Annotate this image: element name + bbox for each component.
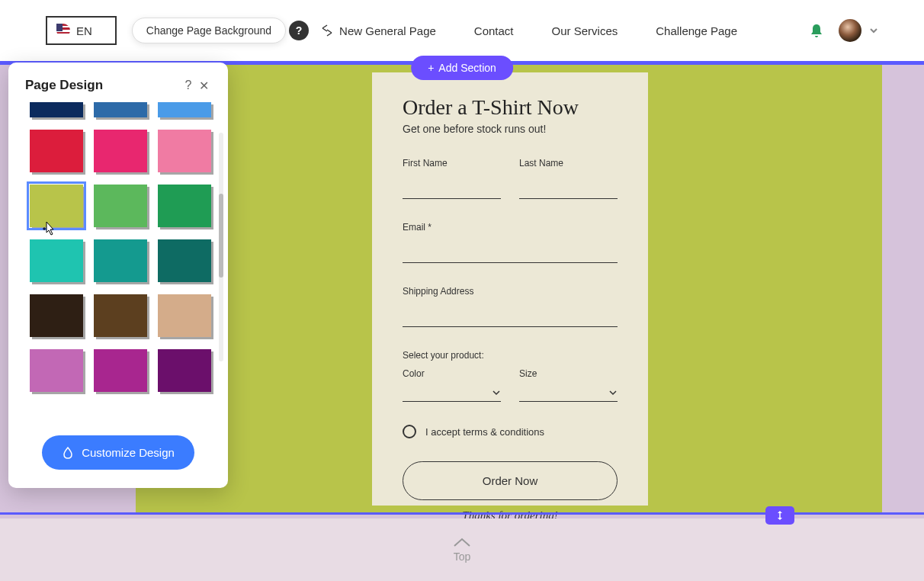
top-navigation: EN Change Page Background ? New General … xyxy=(0,0,924,63)
color-swatch[interactable] xyxy=(94,130,147,172)
color-swatch[interactable] xyxy=(158,185,211,227)
size-select[interactable] xyxy=(519,384,618,402)
resize-vertical-icon xyxy=(775,510,785,521)
select-product-label: Select your product: xyxy=(403,350,618,361)
footer-area: Top xyxy=(0,518,924,581)
scrollbar-thumb[interactable] xyxy=(219,194,223,278)
chevron-down-icon xyxy=(608,388,618,397)
size-label: Size xyxy=(519,368,618,379)
last-name-input[interactable] xyxy=(519,182,618,199)
chevron-up-icon[interactable] xyxy=(451,537,473,549)
last-name-label: Last Name xyxy=(519,158,618,169)
color-select[interactable] xyxy=(403,384,501,402)
color-swatch[interactable] xyxy=(94,185,147,227)
avatar[interactable] xyxy=(839,19,861,42)
color-swatch[interactable] xyxy=(30,294,83,337)
help-icon[interactable]: ? xyxy=(289,21,309,40)
page-design-panel: Page Design ? ✕ Customize Design xyxy=(8,63,228,488)
tooltip-change-background: Change Page Background xyxy=(132,18,286,43)
email-label: Email * xyxy=(403,222,618,233)
language-selector[interactable]: EN xyxy=(46,16,117,45)
panel-title: Page Design xyxy=(25,78,181,93)
language-code: EN xyxy=(76,24,92,37)
chevron-down-icon xyxy=(492,388,501,397)
droplet-icon xyxy=(62,447,74,459)
shipping-input[interactable] xyxy=(403,310,618,327)
nav-challenge-page[interactable]: Challenge Page xyxy=(656,24,737,37)
color-label: Color xyxy=(403,368,501,379)
nav-item-label: Contact xyxy=(474,24,514,37)
bell-icon[interactable] xyxy=(810,23,823,38)
chevron-down-icon[interactable] xyxy=(869,26,878,35)
panel-help-icon[interactable]: ? xyxy=(181,78,196,93)
swap-arrows-icon xyxy=(319,23,335,38)
first-name-input[interactable] xyxy=(403,182,501,199)
nav-contact[interactable]: Contact xyxy=(474,24,514,37)
nav-new-general-page[interactable]: New General Page xyxy=(319,23,436,38)
color-swatch[interactable] xyxy=(158,349,211,392)
color-swatch[interactable] xyxy=(158,239,211,282)
terms-checkbox[interactable] xyxy=(403,425,416,438)
close-icon[interactable]: ✕ xyxy=(196,78,211,93)
form-title: Order a T-Shirt Now xyxy=(403,95,618,120)
customize-design-button[interactable]: Customize Design xyxy=(42,435,194,470)
color-swatch[interactable] xyxy=(158,102,211,117)
color-swatch[interactable] xyxy=(158,130,211,172)
plus-icon: + xyxy=(428,62,434,74)
nav-item-label: Our Services xyxy=(552,24,618,37)
nav-our-services[interactable]: Our Services xyxy=(552,24,618,37)
customize-label: Customize Design xyxy=(82,446,175,459)
shipping-label: Shipping Address xyxy=(403,286,618,297)
color-swatch[interactable] xyxy=(94,349,147,392)
terms-label: I accept terms & conditions xyxy=(425,426,544,438)
color-swatch[interactable] xyxy=(30,102,83,117)
order-form-card[interactable]: Order a T-Shirt Now Get one before stock… xyxy=(372,72,648,506)
color-swatch[interactable] xyxy=(30,349,83,392)
color-swatch[interactable] xyxy=(158,294,211,337)
color-swatch[interactable] xyxy=(94,294,147,337)
back-to-top-label[interactable]: Top xyxy=(454,551,471,563)
color-swatch[interactable] xyxy=(30,185,83,227)
color-swatch[interactable] xyxy=(94,239,147,282)
email-input[interactable] xyxy=(403,246,618,263)
form-subtitle: Get one before stock runs out! xyxy=(403,123,618,135)
color-swatch[interactable] xyxy=(30,130,83,172)
color-swatch[interactable] xyxy=(30,239,83,282)
section-resize-handle[interactable] xyxy=(765,506,794,525)
add-section-label: Add Section xyxy=(438,62,496,74)
nav-item-label: Challenge Page xyxy=(656,24,737,37)
color-swatches-area xyxy=(8,102,228,425)
order-now-button[interactable]: Order Now xyxy=(403,461,618,500)
color-swatch[interactable] xyxy=(94,102,147,117)
first-name-label: First Name xyxy=(403,158,501,169)
flag-us-icon xyxy=(56,24,70,37)
add-section-button[interactable]: + Add Section xyxy=(411,56,513,80)
nav-item-label: New General Page xyxy=(339,24,436,37)
